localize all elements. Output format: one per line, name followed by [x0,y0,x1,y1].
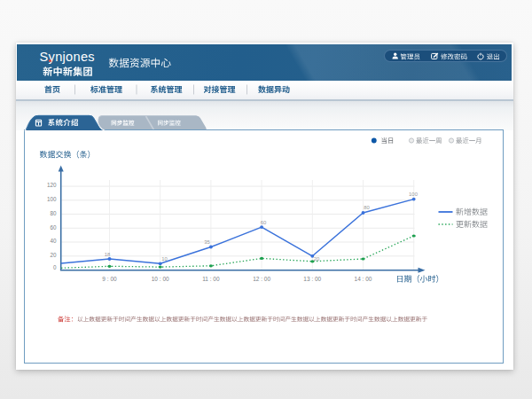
svg-text:100: 100 [409,192,419,197]
svg-text:13 : 00: 13 : 00 [303,276,321,282]
svg-text:12 : 00: 12 : 00 [253,276,270,282]
svg-text:20: 20 [314,256,320,262]
svg-text:10: 10 [161,256,168,262]
svg-text:20: 20 [50,252,57,258]
svg-text:60: 60 [261,220,267,225]
svg-text:11 : 00: 11 : 00 [202,276,220,282]
svg-text:0: 0 [53,264,57,270]
svg-text:40: 40 [50,238,57,244]
svg-text:9 : 00: 9 : 00 [102,276,117,282]
svg-text:18: 18 [105,252,111,257]
svg-text:120: 120 [47,182,57,188]
svg-text:60: 60 [50,224,57,231]
svg-text:80: 80 [50,210,57,216]
svg-text:80: 80 [364,205,370,210]
svg-text:10 : 00: 10 : 00 [152,276,169,282]
svg-text:14 : 00: 14 : 00 [355,276,372,282]
svg-text:35: 35 [204,239,210,245]
svg-text:100: 100 [47,196,57,202]
